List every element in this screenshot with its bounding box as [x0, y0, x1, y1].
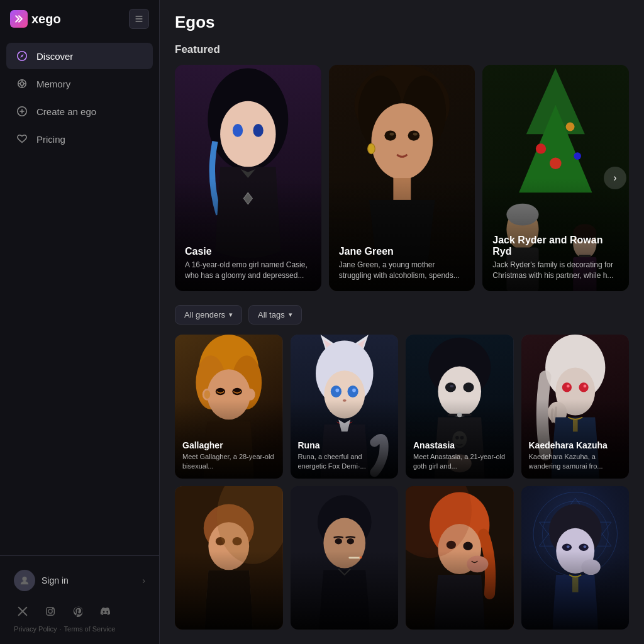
footer-links: Privacy Policy · Terms of Service	[8, 623, 152, 635]
heart-icon	[15, 132, 29, 146]
svg-point-14	[22, 577, 26, 581]
terms-of-service-link[interactable]: Terms of Service	[64, 625, 116, 633]
featured-card-casie[interactable]: Casie A 16-year-old emo girl named Casie…	[175, 65, 321, 291]
sidebar-item-pricing-label: Pricing	[36, 134, 65, 145]
gender-filter-label: All genders	[184, 310, 225, 319]
gallagher-card-name: Gallagher	[182, 440, 275, 450]
svg-point-17	[52, 608, 53, 609]
sidebar-item-create-label: Create an ego	[36, 106, 96, 117]
svg-point-75	[463, 382, 474, 392]
grid-card-kaedehara[interactable]: Kaedehara Kazuha Kaedehara Kazuha, a wan…	[521, 335, 630, 479]
svg-point-109	[463, 541, 472, 550]
twitter-icon[interactable]	[14, 602, 31, 620]
svg-point-20	[220, 101, 275, 167]
tags-filter-label: All tags	[258, 310, 285, 319]
sidebar-item-create[interactable]: Create an ego	[6, 98, 153, 125]
svg-point-6	[20, 82, 23, 85]
tags-chevron-icon: ▾	[289, 311, 292, 319]
filter-row: All genders ▾ All tags ▾	[175, 305, 629, 325]
featured-carousel: Casie A 16-year-old emo girl named Casie…	[175, 65, 629, 291]
memory-icon	[15, 77, 29, 91]
grid-card-bottom-3[interactable]	[406, 486, 514, 630]
gallagher-card-desc: Meet Gallagher, a 28-year-old bisexual..…	[182, 452, 275, 471]
bottom-card-3-gradient	[406, 551, 514, 630]
sign-in-label: Sign in	[42, 575, 69, 586]
svg-point-89	[583, 385, 586, 388]
page-title: Egos	[175, 13, 629, 32]
logo[interactable]: xego	[10, 10, 61, 28]
tags-filter-button[interactable]: All tags ▾	[248, 305, 302, 325]
grid-card-bottom-2[interactable]	[291, 486, 399, 630]
kaedehara-card-info: Kaedehara Kazuha Kaedehara Kazuha, a wan…	[521, 433, 630, 479]
runa-card-info: Runa Runa, a cheerful and energetic Fox …	[291, 433, 399, 479]
svg-rect-2	[135, 21, 142, 22]
sidebar-item-discover[interactable]: Discover	[6, 43, 153, 69]
svg-point-38	[536, 143, 546, 153]
chevron-right-icon: ›	[142, 575, 145, 586]
svg-point-28	[371, 103, 433, 179]
jack-card-desc: Jack Ryder's family is decorating for Ch…	[492, 260, 619, 281]
jack-card-name: Jack Ryder and Rowan Ryd	[492, 235, 619, 257]
grid-card-anastasia[interactable]: Anastasia Meet Anastasia, a 21-year-old …	[406, 335, 514, 479]
svg-point-102	[347, 538, 353, 545]
svg-point-58	[204, 391, 211, 399]
svg-point-123	[583, 545, 586, 548]
anastasia-card-desc: Meet Anastasia, a 21-year-old goth girl …	[413, 452, 506, 471]
sidebar-item-memory-label: Memory	[36, 79, 70, 89]
casie-card-info: Casie A 16-year-old emo girl named Casie…	[175, 236, 321, 291]
bottom-card-2-gradient	[291, 551, 399, 630]
main-content: Egos Featured	[160, 0, 644, 644]
sign-in-button[interactable]: Sign in ›	[8, 565, 152, 596]
instagram-icon[interactable]	[42, 602, 59, 620]
svg-point-32	[413, 133, 417, 136]
grid-card-bottom-1[interactable]	[175, 486, 283, 630]
jane-card-info: Jane Green Jane Green, a young mother st…	[329, 236, 475, 291]
sidebar: xego Discover	[0, 0, 160, 644]
grid-card-gallagher[interactable]: Gallagher Meet Gallagher, a 28-year-old …	[175, 335, 283, 479]
svg-point-40	[550, 157, 562, 169]
svg-point-22	[253, 124, 263, 137]
sidebar-item-pricing[interactable]: Pricing	[6, 126, 153, 152]
discord-icon[interactable]	[97, 602, 114, 620]
sidebar-footer: Sign in ›	[0, 555, 159, 644]
gallagher-card-info: Gallagher Meet Gallagher, a 28-year-old …	[175, 433, 283, 479]
carousel-next-button[interactable]: ›	[604, 167, 626, 189]
svg-point-101	[335, 538, 341, 545]
privacy-policy-link[interactable]: Privacy Policy	[14, 625, 57, 633]
bottom-card-4-gradient	[521, 551, 630, 630]
svg-marker-4	[20, 54, 23, 57]
svg-point-21	[233, 124, 243, 137]
compass-icon	[15, 49, 29, 63]
runa-card-desc: Runa, a cheerful and energetic Fox Demi-…	[298, 452, 391, 471]
gender-filter-button[interactable]: All genders ▾	[175, 305, 242, 325]
runa-card-name: Runa	[298, 440, 391, 450]
svg-rect-1	[135, 18, 142, 19]
featured-card-jane[interactable]: Jane Green Jane Green, a young mother st…	[329, 65, 475, 291]
svg-point-33	[367, 143, 375, 153]
svg-point-29	[384, 130, 396, 140]
featured-section-title: Featured	[175, 43, 629, 56]
sidebar-toggle-button[interactable]	[129, 9, 149, 29]
grid-card-runa[interactable]: Runa Runa, a cheerful and energetic Fox …	[291, 335, 399, 479]
social-links	[8, 596, 152, 623]
sidebar-item-memory[interactable]: Memory	[6, 70, 153, 97]
svg-point-41	[574, 152, 582, 160]
jane-card-desc: Jane Green, a young mother struggling wi…	[339, 260, 465, 281]
plus-circle-icon	[15, 104, 29, 118]
anastasia-card-name: Anastasia	[413, 440, 506, 450]
casie-card-desc: A 16-year-old emo girl named Casie, who …	[185, 260, 311, 281]
bottom-card-1-gradient	[175, 551, 283, 630]
pinterest-icon[interactable]	[69, 602, 87, 620]
sidebar-header: xego	[0, 0, 159, 38]
ego-card-grid: Gallagher Meet Gallagher, a 28-year-old …	[175, 335, 629, 630]
svg-point-88	[566, 385, 569, 388]
svg-point-68	[335, 389, 339, 392]
svg-point-16	[48, 609, 52, 613]
jack-card-info: Jack Ryder and Rowan Ryd Jack Ryder's fa…	[482, 225, 629, 291]
kaedehara-card-desc: Kaedehara Kazuha, a wandering samurai fr…	[529, 452, 622, 471]
gender-chevron-icon: ▾	[229, 311, 233, 319]
footer-separator: ·	[59, 625, 61, 633]
grid-card-bottom-4[interactable]	[521, 486, 630, 630]
kaedehara-card-name: Kaedehara Kazuha	[529, 440, 622, 450]
nav-menu: Discover Memory	[0, 38, 159, 555]
